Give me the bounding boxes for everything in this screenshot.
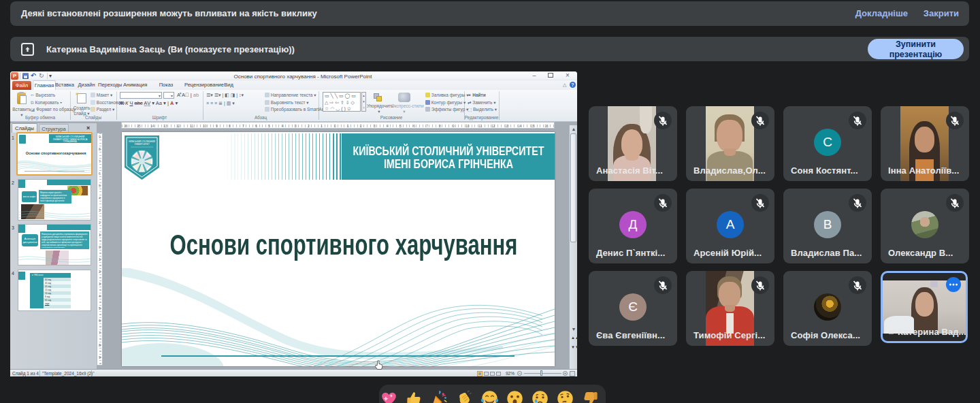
svg-text:УНІВЕРСИТЕТ: УНІВЕРСИТЕТ xyxy=(134,143,149,146)
